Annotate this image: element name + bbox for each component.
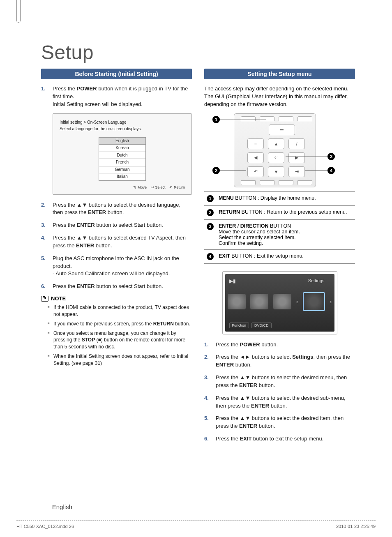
remote-bottom-button-3 [279, 180, 293, 185]
callout-3: 3 [327, 153, 335, 160]
left-column: Before Starting (Initial Setting) Press … [41, 69, 192, 448]
step-item: Press the POWER button when it is plugge… [41, 85, 192, 108]
osd-move-hint: ⇅ Move [133, 185, 147, 189]
step-item: Press the ENTER button to select Start b… [41, 283, 192, 290]
table-cell-desc: RETURN BUTTON : Return to the previous s… [216, 205, 355, 219]
osd-language-option: German [99, 166, 146, 173]
remote-aux-button-left: ≡ [247, 138, 264, 149]
step-item: Press the ENTER button to select Start b… [41, 221, 192, 229]
carousel-arrow-left: ‹ [296, 298, 298, 305]
remote-diagram: ☰ ≡ ▲ i ◀ ⏎ ▶ ↶ ▼ ⇥ 1 2 [204, 113, 355, 187]
step-item: Press the ◄► buttons to select Settings,… [204, 353, 355, 369]
callout-4: 4 [327, 167, 335, 174]
remote-bottom-button-2 [260, 180, 274, 185]
osd-language-option: English [99, 137, 146, 145]
osd-breadcrumb: Initial setting > On-Screen Language [60, 120, 185, 126]
carousel-item [228, 294, 246, 309]
settings-screenshot: ▶▮ Settings ‹ › Function DVD/CD [222, 271, 337, 334]
right-intro-text: The access step may differ depending on … [204, 85, 355, 108]
page-tab-marker [16, 0, 21, 23]
page-title: Setup [41, 41, 355, 64]
table-cell-num: 3 [204, 219, 216, 249]
remote-menu-button: ☰ [269, 124, 295, 135]
step-item: Press the ▲▼ buttons to select the desir… [41, 201, 192, 217]
remote-top-button-2 [260, 116, 274, 121]
step-item: Press the ▲▼ buttons to select desired T… [41, 234, 192, 250]
note-label: NOTE [51, 295, 66, 302]
note-item: If you move to the previous screen, pres… [41, 320, 192, 327]
remote-top-button-3 [279, 116, 293, 121]
carousel: ‹ › [225, 292, 334, 311]
remote-bottom-button-1 [241, 180, 256, 185]
note-list: If the HDMI cable is connected to the pr… [41, 304, 192, 366]
button-table: 1MENU BUTTON : Display the home menu.2RE… [204, 191, 355, 264]
remote-info-button: i [288, 138, 305, 149]
table-row: 3ENTER / DIRECTION BUTTONMove the cursor… [204, 219, 355, 249]
osd-return-hint: ↶ Return [169, 185, 185, 189]
step-item: Press the EXIT button to exit the setup … [204, 435, 355, 443]
note-item: Once you select a menu language, you can… [41, 330, 192, 350]
carousel-item [273, 294, 291, 309]
step-item: Plug the ASC microphone into the ASC IN … [41, 255, 192, 278]
step-item: Press the ▲▼ buttons to select the desir… [204, 394, 355, 410]
osd-select-hint: ⏎ Select [151, 185, 166, 189]
note-item: If the HDMI cable is connected to the pr… [41, 304, 192, 318]
remote-bottom-button-4 [297, 180, 312, 185]
carousel-item-settings [303, 292, 325, 311]
note-item: When the Initial Setting screen does not… [41, 353, 192, 367]
table-cell-desc: EXIT BUTTON : Exit the setup menu. [216, 249, 355, 263]
step-item: Press the ▲▼ buttons to select the desir… [204, 415, 355, 430]
osd-language-option: Dutch [99, 152, 146, 159]
remote-up-button: ▲ [268, 138, 284, 149]
page-footer-lang: 26 English [41, 503, 355, 510]
osd-language-option: Korean [99, 144, 146, 152]
osd-prompt: Select a language for the on-screen disp… [60, 126, 185, 132]
table-row: 2RETURN BUTTON : Return to the previous … [204, 205, 355, 219]
table-cell-num: 4 [204, 249, 216, 263]
table-row: 4EXIT BUTTON : Exit the setup menu. [204, 249, 355, 263]
callout-line-3 [286, 157, 327, 157]
page-language: English [52, 503, 72, 510]
table-row: 1MENU BUTTON : Display the home menu. [204, 191, 355, 205]
carousel-item [250, 294, 268, 309]
right-steps-list: Press the POWER button.Press the ◄► butt… [204, 341, 355, 443]
carousel-arrow-right: › [330, 298, 332, 305]
play-pause-icon: ▶▮ [229, 278, 236, 284]
settings-footer: Function DVD/CD [229, 323, 272, 328]
remote-right-button: ▶ [288, 152, 305, 163]
osd-language-option: French [99, 159, 146, 166]
remote-top-button-4 [297, 116, 312, 121]
note-heading: NOTE [41, 295, 192, 302]
remote-enter-button: ⏎ [268, 152, 284, 163]
table-cell-desc: ENTER / DIRECTION BUTTONMove the cursor … [216, 219, 355, 249]
callout-1: 1 [212, 116, 220, 123]
settings-label: Settings [308, 278, 325, 283]
osd-footer: ⇅ Move⏎ Select↶ Return [60, 185, 185, 190]
footer-tag: DVD/CD [251, 323, 272, 328]
remote-top-button-1 [241, 116, 256, 121]
remote-left-button: ◀ [247, 152, 264, 163]
osd-language-option: Italian [99, 173, 146, 181]
table-cell-num: 2 [204, 205, 216, 219]
remote-return-button: ↶ [247, 166, 264, 177]
callout-line-2 [220, 171, 246, 171]
table-cell-desc: MENU BUTTON : Display the home menu. [216, 191, 355, 205]
osd-panel: Initial setting > On-Screen LanguageSele… [53, 113, 192, 195]
footer-meta: HT-C550-XAC_0122.indd 26 2010-01-23 2:25… [16, 520, 376, 529]
remote-down-button: ▼ [268, 166, 284, 177]
table-cell-num: 1 [204, 191, 216, 205]
note-icon [41, 296, 48, 302]
settings-screen: ▶▮ Settings ‹ › Function DVD/CD [225, 274, 334, 332]
callout-line-4 [305, 171, 327, 171]
osd-list: EnglishKoreanDutchFrenchGermanItalian [99, 137, 146, 181]
callout-2: 2 [212, 167, 220, 174]
remote-exit-button: ⇥ [288, 166, 305, 177]
footer-date: 2010-01-23 2:25:49 [336, 524, 376, 529]
footer-tag: Function [229, 323, 249, 328]
left-section-header: Before Starting (Initial Setting) [41, 69, 192, 79]
step-item: Press the POWER button. [204, 341, 355, 349]
right-section-header: Setting the Setup menu [204, 69, 355, 79]
footer-file: HT-C550-XAC_0122.indd 26 [16, 524, 74, 529]
callout-line-1 [220, 120, 266, 120]
remote-body: ☰ ≡ ▲ i ◀ ⏎ ▶ ↶ ▼ ⇥ [234, 113, 316, 187]
